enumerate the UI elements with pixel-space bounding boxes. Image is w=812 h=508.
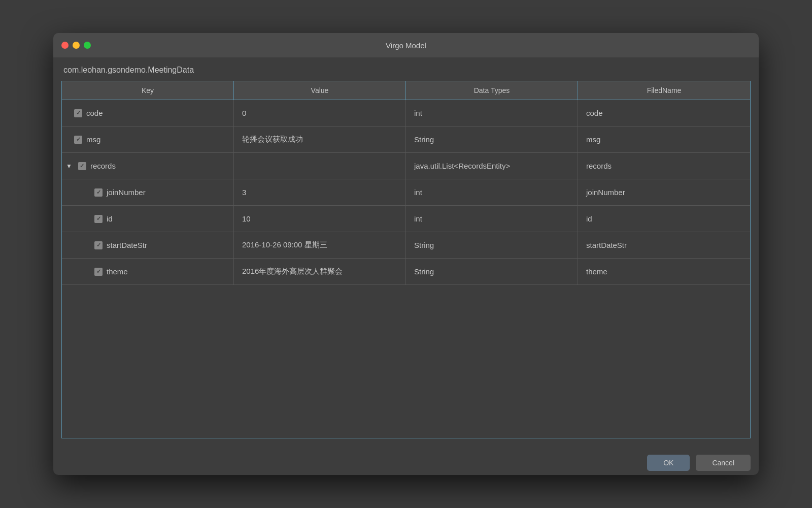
value-cell-id: 10 <box>234 206 406 232</box>
filed-cell-id: id <box>578 206 750 232</box>
value-cell-joinNumber: 3 <box>234 179 406 205</box>
checkbox-joinNumber[interactable] <box>94 188 103 197</box>
header-value: Value <box>234 81 406 100</box>
main-window: Virgo Model com.leohan.gsondemo.MeetingD… <box>53 33 759 475</box>
value-cell-code: 0 <box>234 100 406 126</box>
checkbox-theme[interactable] <box>94 268 103 276</box>
key-label-theme: theme <box>107 267 128 276</box>
key-cell-msg: msg <box>62 126 234 152</box>
value-cell-theme: 2016年度海外高层次人群聚会 <box>234 259 406 284</box>
filed-cell-startDateStr: startDateStr <box>578 232 750 258</box>
table-row: joinNumber3intjoinNumber <box>62 179 750 206</box>
table-header: Key Value Data Types FiledName <box>62 81 750 100</box>
header-key: Key <box>62 81 234 100</box>
minimize-button[interactable] <box>73 42 80 49</box>
filed-cell-code: code <box>578 100 750 126</box>
checkbox-msg[interactable] <box>74 136 82 144</box>
table-row: code0intcode <box>62 100 750 126</box>
key-cell-theme: theme <box>62 259 234 284</box>
value-cell-records <box>234 153 406 179</box>
key-cell-code: code <box>62 100 234 126</box>
type-cell-joinNumber: int <box>406 179 578 205</box>
filed-cell-msg: msg <box>578 126 750 152</box>
type-cell-records: java.util.List<RecordsEntity> <box>406 153 578 179</box>
window-title: Virgo Model <box>386 41 426 50</box>
window-controls <box>61 42 91 49</box>
key-label-joinNumber: joinNumber <box>107 188 146 197</box>
titlebar: Virgo Model <box>53 33 759 57</box>
table-row: ▼recordsjava.util.List<RecordsEntity>rec… <box>62 153 750 179</box>
value-cell-msg: 轮播会议获取成功 <box>234 126 406 152</box>
close-button[interactable] <box>61 42 69 49</box>
key-cell-records: ▼records <box>62 153 234 179</box>
cancel-button[interactable]: Cancel <box>696 455 751 471</box>
header-data-types: Data Types <box>406 81 578 100</box>
type-cell-id: int <box>406 206 578 232</box>
key-cell-startDateStr: startDateStr <box>62 232 234 258</box>
footer: OK Cancel <box>53 447 759 475</box>
data-table: Key Value Data Types FiledName code0intc… <box>61 81 751 438</box>
type-cell-code: int <box>406 100 578 126</box>
maximize-button[interactable] <box>84 42 91 49</box>
filed-cell-records: records <box>578 153 750 179</box>
expand-arrow-icon[interactable]: ▼ <box>66 163 72 170</box>
table-body: code0intcodemsg轮播会议获取成功Stringmsg▼records… <box>62 100 750 438</box>
key-label-records: records <box>90 162 116 170</box>
table-row: id10intid <box>62 206 750 232</box>
checkbox-id[interactable] <box>94 215 103 223</box>
key-label-code: code <box>86 109 103 117</box>
checkbox-startDateStr[interactable] <box>94 241 103 249</box>
type-cell-msg: String <box>406 126 578 152</box>
type-cell-startDateStr: String <box>406 232 578 258</box>
type-cell-theme: String <box>406 259 578 284</box>
table-row: startDateStr2016-10-26 09:00 星期三Stringst… <box>62 232 750 259</box>
header-filed-name: FiledName <box>578 81 750 100</box>
ok-button[interactable]: OK <box>647 455 690 471</box>
table-row: msg轮播会议获取成功Stringmsg <box>62 126 750 153</box>
filed-cell-theme: theme <box>578 259 750 284</box>
value-cell-startDateStr: 2016-10-26 09:00 星期三 <box>234 232 406 258</box>
key-label-startDateStr: startDateStr <box>107 241 147 249</box>
checkbox-code[interactable] <box>74 109 82 117</box>
class-name-label: com.leohan.gsondemo.MeetingData <box>61 66 751 75</box>
table-row: theme2016年度海外高层次人群聚会Stringtheme <box>62 259 750 285</box>
key-label-id: id <box>107 214 113 223</box>
checkbox-records[interactable] <box>78 162 86 170</box>
key-cell-joinNumber: joinNumber <box>62 179 234 205</box>
filed-cell-joinNumber: joinNumber <box>578 179 750 205</box>
key-cell-id: id <box>62 206 234 232</box>
key-label-msg: msg <box>86 135 100 144</box>
window-content: com.leohan.gsondemo.MeetingData Key Valu… <box>53 57 759 447</box>
